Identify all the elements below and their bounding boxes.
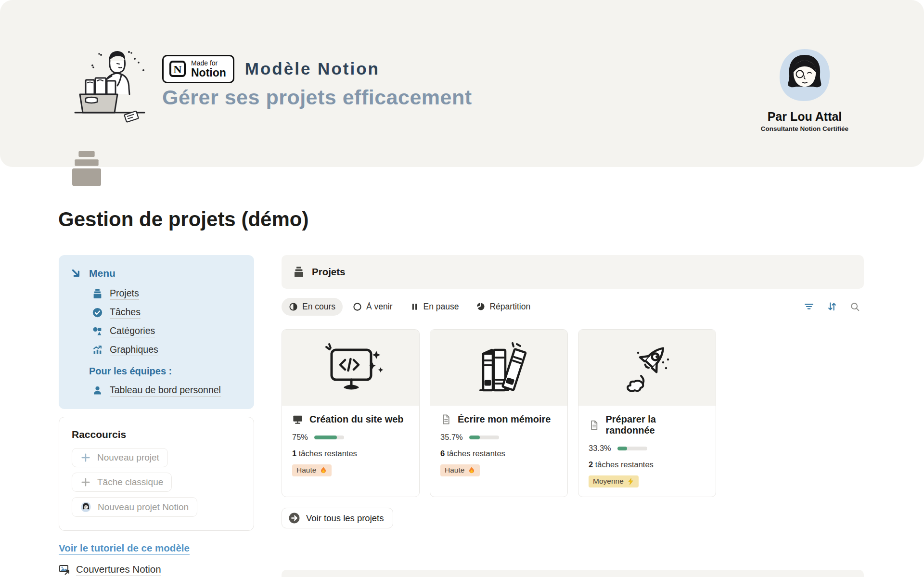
sidebar-item-projets[interactable]: Projets	[92, 288, 243, 300]
tasks-remaining: 6 tâches restantes	[440, 449, 557, 458]
progress-row: 35.7%	[440, 433, 557, 442]
sidebar-item-label[interactable]: Projets	[110, 288, 139, 300]
view-all-projects-button[interactable]: Voir tous les projets	[282, 508, 393, 528]
tasks-remaining: 1 tâches restantes	[292, 449, 409, 458]
lou-attal-avatar	[776, 46, 834, 104]
project-card-title[interactable]: Écrire mon mémoire	[458, 414, 551, 425]
main-content: Projets En cours À venir	[282, 255, 864, 577]
progress-percent: 35.7%	[440, 433, 463, 442]
tab-label: En cours	[302, 302, 335, 312]
tutorial-link-row: Voir le tutoriel de ce modèle	[59, 542, 254, 554]
teams-label: Pour les équipes :	[89, 366, 243, 377]
sidebar-item-label[interactable]: Catégories	[110, 325, 155, 337]
tab-a-venir[interactable]: À venir	[346, 298, 399, 316]
projects-section-header: Projets	[282, 255, 864, 289]
project-card-cover	[578, 330, 716, 406]
rocket-illustration	[611, 339, 683, 396]
tab-label: À venir	[366, 302, 392, 312]
tasks-remaining: 2 tâches restantes	[589, 460, 706, 469]
sort-icon[interactable]	[827, 301, 837, 312]
sidebar-item-label[interactable]: Tableau de bord personnel	[110, 385, 221, 397]
projects-section-title: Projets	[312, 266, 346, 278]
view-toolbar	[804, 301, 860, 312]
pause-icon	[410, 302, 419, 311]
sidebar: Menu Projets Tâches Catégories	[59, 255, 254, 576]
archive-box-icon	[293, 266, 305, 278]
shapes-icon	[92, 326, 103, 336]
person-icon	[92, 385, 103, 396]
tab-repartition[interactable]: Répartition	[469, 298, 538, 316]
sidebar-item-taches[interactable]: Tâches	[92, 307, 243, 319]
author-role: Consultante Notion Certifiée	[747, 125, 862, 132]
tab-label: En pause	[424, 302, 459, 312]
new-notion-project-button[interactable]: Nouveau projet Notion	[72, 497, 197, 517]
half-circle-icon	[289, 302, 298, 311]
menu-header: Menu	[70, 267, 243, 280]
project-card-title[interactable]: Préparer la randonnée	[605, 414, 706, 436]
tasks-section-header: Tâches	[282, 570, 864, 577]
lightning-icon	[627, 478, 634, 485]
plus-icon	[80, 452, 91, 463]
view-all-projects-label: Voir tous les projets	[306, 513, 384, 524]
progress-bar	[314, 436, 344, 439]
bar-chart-icon	[92, 345, 103, 355]
flame-icon	[320, 466, 327, 474]
project-card-cover	[282, 330, 419, 406]
avatar-icon	[80, 501, 91, 513]
flame-icon	[468, 466, 475, 474]
sidebar-item-categories[interactable]: Catégories	[92, 325, 243, 337]
banner-subtitle: Gérer ses projets efficacement	[162, 86, 472, 109]
shortcut-label: Tâche classique	[97, 477, 163, 487]
progress-percent: 33.3%	[589, 444, 611, 453]
document-icon	[589, 420, 599, 431]
progress-row: 75%	[292, 433, 409, 442]
image-arrow-icon	[59, 564, 70, 576]
project-card-preparer-randonnee[interactable]: Préparer la randonnée 33.3% 2 tâches res…	[578, 329, 716, 497]
made-for-label: Made for	[191, 60, 226, 67]
search-icon[interactable]	[850, 302, 860, 312]
covers-link-row[interactable]: Couvertures Notion	[59, 564, 254, 576]
progress-percent: 75%	[292, 433, 308, 442]
tab-label: Répartition	[489, 302, 530, 312]
sidebar-item-label[interactable]: Tâches	[110, 307, 141, 319]
project-card-cover	[430, 330, 567, 406]
tab-en-pause[interactable]: En pause	[403, 298, 466, 316]
arrow-down-right-icon	[70, 267, 82, 280]
monitor-code-illustration	[315, 339, 387, 396]
sidebar-item-tableau-de-bord[interactable]: Tableau de bord personnel	[92, 385, 243, 397]
shortcut-label: Nouveau projet Notion	[98, 502, 189, 513]
circle-outline-icon	[353, 302, 362, 311]
project-card-ecrire-memoire[interactable]: Écrire mon mémoire 35.7% 6 tâches restan…	[430, 329, 568, 497]
filter-icon[interactable]	[804, 301, 814, 312]
new-classic-task-button[interactable]: Tâche classique	[72, 473, 172, 492]
priority-badge: Haute	[440, 464, 480, 476]
priority-badge: Moyenne	[589, 475, 639, 487]
progress-bar	[617, 447, 647, 450]
tutorial-link[interactable]: Voir le tutoriel de ce modèle	[59, 542, 190, 555]
pie-chart-icon	[476, 302, 485, 311]
notion-logo-letter: N	[173, 63, 182, 76]
new-project-button[interactable]: Nouveau projet	[72, 448, 168, 467]
notion-logo-icon: N	[169, 60, 186, 77]
tab-en-cours[interactable]: En cours	[282, 298, 343, 316]
monitor-icon	[292, 414, 303, 425]
project-card-creation-site-web[interactable]: Création du site web 75% 1 tâches restan…	[282, 329, 420, 497]
project-cards: Création du site web 75% 1 tâches restan…	[282, 329, 864, 497]
project-card-title[interactable]: Création du site web	[309, 414, 404, 425]
person-searching-file-box-illustration	[71, 44, 153, 124]
sidebar-item-label[interactable]: Graphiques	[110, 344, 158, 356]
notion-page: N Made for Notion Modèle Notion Gérer se…	[0, 0, 924, 577]
books-illustration	[463, 339, 535, 396]
archive-box-icon	[92, 289, 103, 299]
shortcuts-panel: Raccourcis Nouveau projet Tâche classiqu…	[59, 417, 254, 531]
arrow-right-circle-icon	[288, 512, 300, 524]
shortcut-label: Nouveau projet	[97, 452, 159, 463]
covers-link[interactable]: Couvertures Notion	[76, 564, 161, 576]
page-cover-banner: N Made for Notion Modèle Notion Gérer se…	[0, 0, 924, 167]
shortcuts-title: Raccourcis	[72, 429, 241, 440]
banner-title: Modèle Notion	[245, 59, 380, 78]
page-archive-box-icon[interactable]	[67, 149, 106, 188]
sidebar-item-graphiques[interactable]: Graphiques	[92, 344, 243, 356]
page-title: Gestion de projets (démo)	[58, 208, 308, 231]
menu-callout: Menu Projets Tâches Catégories	[59, 255, 254, 409]
